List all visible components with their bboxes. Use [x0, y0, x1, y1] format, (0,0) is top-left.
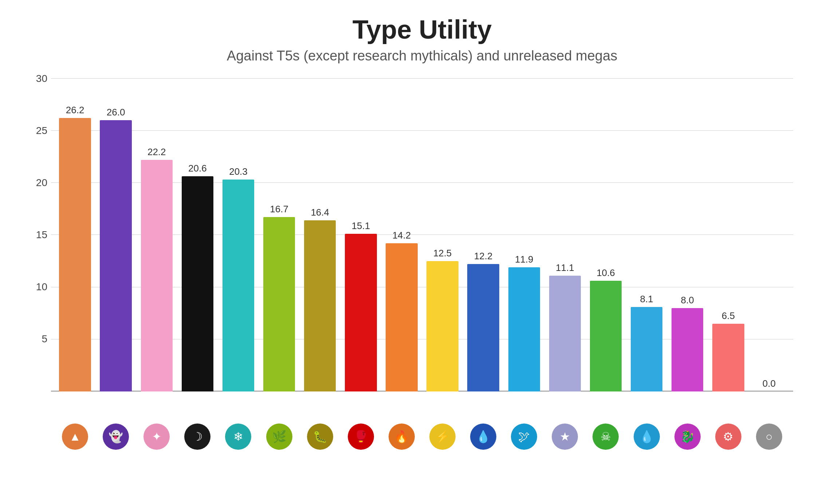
type-icon-ice: ❄ — [225, 424, 251, 450]
bar-value-5: 16.7 — [263, 204, 295, 215]
type-icon-poison: ☠ — [592, 424, 619, 450]
bar-value-6: 16.4 — [304, 207, 336, 218]
type-icon-fairy: ✦ — [143, 424, 170, 450]
bar-value-8: 14.2 — [386, 230, 417, 241]
bar-group-8: 14.2 — [381, 78, 422, 391]
type-icon-fighting: 🥊 — [348, 424, 374, 450]
bar-4: 20.3 — [223, 180, 254, 391]
bar-group-7: 15.1 — [340, 78, 381, 391]
type-icon-electric: ⚡ — [429, 424, 456, 450]
type-icon-dragon: 🐉 — [674, 424, 701, 450]
type-icon-dark: ☽ — [184, 424, 210, 450]
bar-2: 22.2 — [141, 160, 173, 391]
bar-11: 11.9 — [508, 267, 540, 391]
icon-cell-8: 🔥 — [381, 424, 422, 450]
icon-cell-17: ○ — [749, 424, 790, 450]
icon-cell-12: ★ — [544, 424, 585, 450]
bar-0: 26.2 — [59, 118, 91, 391]
chart-subtitle: Against T5s (except research mythicals) … — [51, 48, 793, 64]
bars-row: 26.226.022.220.620.316.716.415.114.212.5… — [51, 78, 793, 391]
bar-5: 16.7 — [263, 217, 295, 391]
icon-cell-14: 💧 — [626, 424, 667, 450]
bar-group-1: 26.0 — [95, 78, 136, 391]
bar-group-12: 11.1 — [544, 78, 585, 391]
bar-15: 8.0 — [672, 308, 703, 391]
chart-container: Type Utility Against T5s (except researc… — [0, 0, 815, 504]
icon-cell-11: 🕊 — [504, 424, 544, 450]
chart-title: Type Utility — [51, 15, 793, 44]
icon-cell-13: ☠ — [585, 424, 626, 450]
bar-8: 14.2 — [386, 243, 417, 391]
bar-group-2: 22.2 — [136, 78, 177, 391]
icon-cell-7: 🥊 — [340, 424, 381, 450]
bar-group-11: 11.9 — [504, 78, 544, 391]
bar-14: 8.1 — [631, 307, 662, 391]
bar-group-17: 0.0 — [749, 78, 790, 391]
icon-row: ▲👻✦☽❄🌿🐛🥊🔥⚡💧🕊★☠💧🐉⚙○ — [51, 424, 793, 450]
icon-cell-15: 🐉 — [667, 424, 708, 450]
type-icon-flying: 🕊 — [511, 424, 537, 450]
type-icon-ground: ▲ — [62, 424, 88, 450]
icon-cell-3: ☽ — [177, 424, 218, 450]
bar-value-11: 11.9 — [508, 254, 540, 265]
type-icon-bug: 🐛 — [307, 424, 333, 450]
bar-value-2: 22.2 — [141, 146, 173, 158]
type-icon-steel: ⚙ — [715, 424, 741, 450]
bar-value-13: 10.6 — [590, 267, 622, 279]
bar-1: 26.0 — [100, 120, 131, 391]
bar-value-0: 26.2 — [59, 105, 91, 116]
bar-12: 11.1 — [549, 276, 581, 391]
icon-cell-5: 🌿 — [259, 424, 300, 450]
icon-cell-6: 🐛 — [300, 424, 340, 450]
type-icon-normal: ★ — [552, 424, 578, 450]
bar-group-16: 6.5 — [708, 78, 749, 391]
bar-group-13: 10.6 — [585, 78, 626, 391]
bar-value-15: 8.0 — [672, 295, 703, 306]
icon-cell-4: ❄ — [218, 424, 259, 450]
bar-value-7: 15.1 — [345, 220, 377, 232]
type-icon-ghost: 👻 — [103, 424, 129, 450]
icon-cell-16: ⚙ — [708, 424, 749, 450]
bar-value-1: 26.0 — [100, 107, 131, 118]
type-icon-psychic: 💧 — [634, 424, 660, 450]
bar-7: 15.1 — [345, 234, 377, 391]
bar-group-0: 26.2 — [55, 78, 95, 391]
type-icon-water: 💧 — [470, 424, 496, 450]
chart-area: % T5s and megas good against 30252015105… — [51, 78, 793, 406]
icon-cell-10: 💧 — [463, 424, 504, 450]
bar-16: 6.5 — [712, 324, 744, 391]
icon-cell-2: ✦ — [136, 424, 177, 450]
bar-value-14: 8.1 — [631, 294, 662, 305]
bar-13: 10.6 — [590, 281, 622, 391]
bar-6: 16.4 — [304, 220, 336, 391]
bar-group-14: 8.1 — [626, 78, 667, 391]
bar-group-4: 20.3 — [218, 78, 259, 391]
bar-value-16: 6.5 — [712, 310, 744, 322]
bar-10: 12.2 — [467, 264, 499, 391]
type-icon-grass: 🌿 — [266, 424, 292, 450]
bar-9: 12.5 — [426, 261, 458, 391]
bar-value-4: 20.3 — [223, 166, 254, 177]
bar-value-10: 12.2 — [467, 251, 499, 262]
bar-value-3: 20.6 — [182, 163, 213, 174]
icon-cell-1: 👻 — [95, 424, 136, 450]
type-icon-rock: ○ — [756, 424, 782, 450]
type-icon-fire: 🔥 — [389, 424, 415, 450]
bar-value-9: 12.5 — [426, 248, 458, 259]
icon-cell-0: ▲ — [55, 424, 95, 450]
bar-group-6: 16.4 — [300, 78, 340, 391]
icon-cell-9: ⚡ — [422, 424, 463, 450]
bar-3: 20.6 — [182, 176, 213, 391]
bar-group-10: 12.2 — [463, 78, 504, 391]
bar-value-12: 11.1 — [549, 262, 581, 273]
bar-group-9: 12.5 — [422, 78, 463, 391]
bar-group-3: 20.6 — [177, 78, 218, 391]
bar-group-5: 16.7 — [259, 78, 300, 391]
bar-group-15: 8.0 — [667, 78, 708, 391]
grid-and-bars: 30252015105 26.226.022.220.620.316.716.4… — [51, 78, 793, 406]
bar-value-17: 0.0 — [753, 378, 785, 389]
